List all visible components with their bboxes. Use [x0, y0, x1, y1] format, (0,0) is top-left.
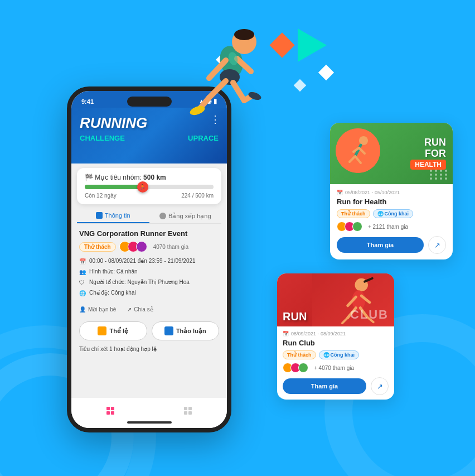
card-club-badges: Thử thách 🌐 Công khai — [283, 350, 389, 359]
avatars-group — [119, 241, 144, 252]
card-run-title: RUN FOR HEALTH — [410, 137, 446, 170]
phone-content: VNG Corporation Runner Event Thử thách 4… — [71, 224, 227, 318]
tab-bang-xep-hang[interactable]: Bảng xếp hạng — [149, 209, 222, 223]
progress-numbers: 224 / 500 km — [181, 193, 214, 199]
form-detail: 👥 Hình thức: Cá nhân — [79, 268, 219, 276]
club-participants-count: + 4070 tham gia — [314, 365, 354, 371]
progress-target: 500 km — [143, 174, 166, 181]
nav-events[interactable] — [181, 404, 195, 417]
event-title: VNG Corporation Runner Event — [79, 229, 219, 238]
card-run-health-body: 📅 05/08/2021 - 05/10/2021 Run for Health… — [330, 184, 453, 259]
health-badge: HEALTH — [410, 160, 446, 170]
svg-point-2 — [234, 29, 254, 40]
svg-rect-13 — [106, 407, 110, 410]
svg-rect-18 — [188, 407, 192, 410]
badge-club-public: 🌐 Công khai — [319, 350, 360, 359]
run-label-1: RUN — [410, 137, 446, 148]
run-label-2: FOR — [410, 148, 446, 160]
card-title: Run for Health — [337, 198, 446, 206]
card-run-health: RUN FOR HEALTH 📅 05/08/2021 - 05/10/2021… — [330, 123, 453, 259]
phone-notch — [127, 97, 172, 107]
shield-icon: 🛡 — [79, 280, 86, 286]
globe-icon: 🌐 — [79, 290, 86, 297]
card-actions: Tham gia ↗ — [337, 236, 446, 254]
svg-rect-20 — [188, 411, 192, 415]
btn-tham-gia-health[interactable]: Tham gia — [337, 237, 424, 253]
progress-title: 🏁 Mục tiêu nhóm: 500 km — [85, 174, 214, 181]
action-row: 👤 Mời bạn bè ↗ Chia sẻ — [79, 306, 219, 312]
card-av-3 — [352, 222, 362, 232]
card-club-av-3 — [298, 363, 308, 373]
calendar-icon: 📅 — [79, 258, 86, 265]
participants-count: + 2121 tham gia — [368, 224, 408, 230]
card-avatars — [337, 222, 360, 232]
card-badges: Thử thách 🌐 Công khai — [337, 209, 446, 218]
progress-label: Mục tiêu nhóm: — [95, 174, 141, 181]
runner-illustration — [162, 11, 301, 123]
progress-thumb: 🏃 — [137, 181, 148, 193]
nav-home[interactable] — [104, 404, 117, 417]
card-run-club: RUN CLUB 📅 08/09/2021 - 08/09/2021 Run C… — [277, 273, 394, 400]
card-club-avatars — [283, 363, 306, 373]
card-run-club-header: RUN CLUB — [277, 273, 394, 326]
svg-rect-16 — [111, 411, 114, 415]
white-diamond-1 — [318, 65, 334, 80]
bang-xep-hang-icon — [159, 213, 166, 219]
svg-line-6 — [209, 81, 226, 98]
progress-fill — [85, 185, 143, 189]
card-run-health-header: RUN FOR HEALTH — [330, 123, 453, 184]
card-club-actions: Tham gia ↗ — [283, 377, 389, 395]
the-le-icon — [98, 326, 106, 335]
card-club-participants: + 4070 tham gia — [283, 363, 389, 373]
btn-share-health[interactable]: ↗ — [428, 236, 446, 254]
status-time: 9:41 — [81, 98, 94, 105]
runner-circle — [336, 128, 380, 173]
svg-rect-15 — [106, 411, 110, 415]
run-text: RUN — [283, 311, 307, 322]
card-club-date: 📅 08/09/2021 - 08/09/2021 — [283, 331, 389, 336]
challenge-label: CHALLENGE — [80, 134, 125, 142]
card-date: 📅 05/08/2021 - 05/10/2021 — [337, 190, 446, 195]
badge-club-thu: Thử thách — [283, 350, 316, 359]
criteria-text: Tiêu chí xét 1 hoạt động hợp lệ — [71, 344, 227, 354]
card-participants: + 2121 tham gia — [337, 222, 446, 232]
remaining-days: Còn 12 ngày — [85, 193, 117, 199]
badge-thu: Thử thách — [337, 209, 370, 218]
share-action[interactable]: ↗ Chia sẻ — [127, 306, 153, 312]
phone-nav — [71, 397, 227, 428]
btn-share-club[interactable]: ↗ — [371, 377, 389, 395]
svg-rect-14 — [111, 407, 114, 410]
date-detail: 📅 00:00 - 08/09/2021 đến 23:59 - 21/09/2… — [79, 258, 219, 265]
card-run-club-body: 📅 08/09/2021 - 08/09/2021 Run Club Thử t… — [277, 326, 394, 400]
bottom-buttons: Thể lệ Thảo luận — [79, 321, 219, 340]
badge-thu-thach: Thử thách — [79, 242, 116, 252]
organizer-detail: 🛡 Người tổ chức: Nguyễn Thị Phương Hoa — [79, 279, 219, 286]
avatar-3 — [136, 241, 147, 252]
participants-count: 4070 tham gia — [153, 244, 188, 250]
btn-thao-luan[interactable]: Thảo luận — [152, 321, 220, 340]
divider — [79, 301, 219, 302]
invite-icon: 👤 — [79, 306, 86, 312]
svg-rect-19 — [184, 411, 187, 415]
share-icon: ↗ — [127, 306, 132, 312]
btn-the-le[interactable]: Thể lệ — [79, 321, 147, 340]
phone-main: 9:41 ▲ ◉ ▮ RUNNING CHALLENGE UPRACE ⋮ 🏁 … — [67, 86, 231, 432]
tab-thong-tin[interactable]: Thông tin — [77, 209, 149, 223]
club-text: CLUB — [350, 307, 389, 322]
badge-public: 🌐 Công khai — [373, 209, 414, 218]
invite-action[interactable]: 👤 Mời bạn bè — [79, 306, 116, 312]
progress-card: 🏁 Mục tiêu nhóm: 500 km 🏃 Còn 12 ngày 22… — [77, 168, 221, 204]
thong-tin-icon — [96, 212, 103, 219]
mode-detail: 🌐 Chế độ: Công khai — [79, 290, 219, 297]
uprace-label: UPRACE — [188, 134, 219, 142]
svg-line-8 — [233, 83, 244, 100]
progress-bar: 🏃 — [85, 185, 214, 189]
badge-row: Thử thách 4070 tham gia — [79, 241, 219, 252]
home-indicator — [127, 421, 172, 424]
card-club-title: Run Club — [283, 339, 389, 347]
svg-rect-17 — [184, 407, 187, 410]
phone-tabs: Thông tin Bảng xếp hạng — [77, 209, 221, 224]
teal-triangle-shape — [298, 28, 327, 62]
thao-luan-icon — [164, 326, 173, 335]
btn-tham-gia-club[interactable]: Tham gia — [283, 378, 366, 394]
